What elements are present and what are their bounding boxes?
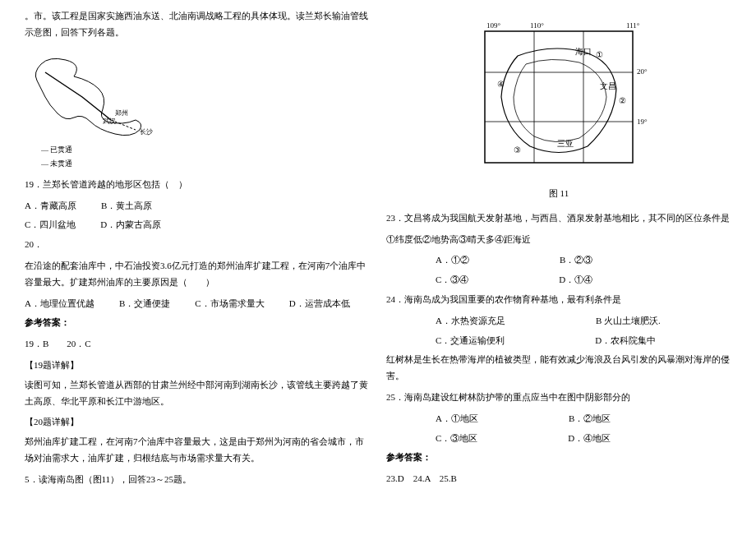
- svg-text:②: ②: [619, 96, 626, 105]
- q24-opt-c: C．交通运输便利: [436, 333, 505, 349]
- q20-options-row: A．地理位置优越 B．交通便捷 C．市场需求量大 D．运营成本低: [25, 296, 370, 312]
- hainan-map: 109° 110° 111° 20° 19° 海口 文昌 三亚 ① ② ③ ④ …: [386, 15, 731, 202]
- map-svg-left: 郑州 武汉 长沙: [25, 48, 173, 138]
- q20-opt-b: B．交通便捷: [119, 296, 170, 312]
- answer-label-left: 参考答案：: [25, 315, 370, 331]
- answer-text-left: 19．B 20．C: [25, 336, 370, 353]
- q19-opt-d: D．内蒙古高原: [100, 217, 161, 233]
- q24-opt-d: D．农科院集中: [595, 333, 656, 349]
- q19-options-row2: C．四川盆地 D．内蒙古高原: [25, 217, 370, 233]
- svg-text:109°: 109°: [486, 21, 501, 30]
- svg-text:三亚: 三亚: [557, 139, 574, 148]
- q20-text: 在沿途的配套油库中，中石油投资3.6亿元打造的郑州油库扩建工程，在河南7个油库中…: [25, 258, 370, 291]
- q24-row1: A．水热资源充足 B 火山土壤肥沃.: [386, 313, 731, 330]
- svg-text:长沙: 长沙: [140, 128, 153, 136]
- q25-opt-a: A．①地区: [436, 411, 478, 427]
- legend-unconnected: — 未贯通: [41, 157, 370, 170]
- q23-text: 23．文昌将成为我国航天发射基地，与西昌、酒泉发射基地相比，其不同的区位条件是: [386, 210, 731, 227]
- q23-row1: A．①② B．②③: [386, 252, 731, 269]
- svg-text:海口: 海口: [575, 47, 592, 56]
- q24-opt-a: A．水热资源充足: [436, 313, 505, 330]
- svg-text:③: ③: [514, 145, 521, 155]
- map-svg-right: 109° 110° 111° 20° 19° 海口 文昌 三亚 ① ② ③ ④: [468, 15, 649, 179]
- q23-opt-c: C．③④: [436, 272, 468, 288]
- q23-opt-d: D．①④: [559, 272, 592, 288]
- q25-text: 25．海南岛建设红树林防护带的重点应当中在图中阴影部分的: [386, 390, 731, 406]
- svg-text:19°: 19°: [637, 118, 648, 126]
- q25-row2: C．③地区 D．④地区: [386, 431, 731, 447]
- intro-text: 。市。该工程是国家实施西油东送、北油南调战略工程的具体体现。读兰郑长输油管线示意…: [25, 8, 370, 41]
- q19-text: 19．兰郑长管道跨越的地形区包括（ ）: [25, 177, 370, 193]
- q19-options-row1: A．青藏高原 B．黄土高原: [25, 198, 370, 214]
- q23-row2: C．③④ D．①④: [386, 272, 731, 288]
- detail20-title: 【20题详解】: [25, 414, 370, 431]
- svg-text:110°: 110°: [530, 21, 544, 30]
- answer-label-right: 参考答案：: [386, 450, 731, 466]
- q24-text: 24．海南岛成为我国重要的农作物育种基地，最有利条件是: [386, 292, 731, 308]
- svg-text:111°: 111°: [626, 21, 640, 30]
- legend-connected: — 已贯通: [41, 143, 370, 156]
- q23-opts: ①纬度低②地势高③晴天多④距海近: [386, 232, 731, 248]
- q19-opt-a: A．青藏高原: [25, 198, 76, 214]
- svg-text:①: ①: [596, 50, 603, 59]
- q25-opt-b: B．②地区: [569, 411, 611, 427]
- q20-opt-a: A．地理位置优越: [25, 296, 94, 312]
- svg-text:文昌: 文昌: [600, 81, 616, 90]
- q20-num: 20．: [25, 237, 370, 253]
- q23-opt-b: B．②③: [560, 252, 592, 269]
- svg-text:武汉: 武汉: [103, 118, 116, 125]
- q23-opt-a: A．①②: [436, 252, 469, 269]
- svg-text:郑州: 郑州: [115, 109, 128, 117]
- svg-text:20°: 20°: [637, 67, 648, 76]
- q5-text: 5．读海南岛图（图11），回答23～25题。: [25, 472, 370, 488]
- q19-opt-c: C．四川盆地: [25, 217, 76, 233]
- pipeline-map: 郑州 武汉 长沙 — 已贯通 — 未贯通: [25, 48, 370, 170]
- q24-row2: C．交通运输便利 D．农科院集中: [386, 333, 731, 349]
- q20-opt-d: D．运营成本低: [289, 296, 350, 312]
- left-column: 。市。该工程是国家实施西油东送、北油南调战略工程的具体体现。读兰郑长输油管线示意…: [16, 8, 378, 527]
- map-legend: — 已贯通 — 未贯通: [41, 143, 370, 169]
- svg-text:④: ④: [497, 80, 505, 89]
- right-column: 109° 110° 111° 20° 19° 海口 文昌 三亚 ① ② ③ ④ …: [378, 8, 740, 527]
- q19-opt-b: B．黄土高原: [101, 198, 152, 214]
- answer-text-right: 23.D 24.A 25.B: [386, 471, 731, 487]
- detail19-title: 【19题详解】: [25, 357, 370, 374]
- q25-row1: A．①地区 B．②地区: [386, 411, 731, 427]
- q20-opt-c: C．市场需求量大: [195, 296, 264, 312]
- mangrove-text: 红树林是生长在热带海岸的植被类型，能有效减少海浪及台风引发的风暴潮对海岸的侵害。: [386, 352, 731, 385]
- q25-opt-d: D．④地区: [568, 431, 611, 447]
- q24-opt-b: B 火山土壤肥沃.: [596, 313, 661, 330]
- figure-caption: 图 11: [386, 186, 731, 202]
- detail20-text: 郑州油库扩建工程，在河南7个油库中容量最大，这是由于郑州为河南的省会城市，市场对…: [25, 434, 370, 467]
- q25-opt-c: C．③地区: [436, 431, 477, 447]
- detail19-text: 读图可知，兰郑长管道从西部的甘肃兰州经中部河南到湖南长沙，该管线主要跨越了黄土高…: [25, 377, 370, 410]
